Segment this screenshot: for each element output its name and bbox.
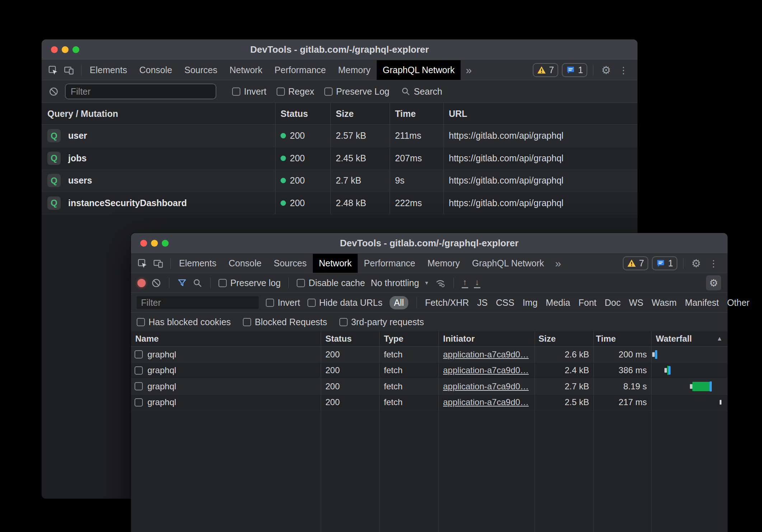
throttling-dropdown[interactable]: No throttling ▼ <box>371 278 429 288</box>
tab-network[interactable]: Network <box>224 60 269 80</box>
checkbox-box[interactable] <box>277 87 285 96</box>
tab-graphql-network[interactable]: GraphQL Network <box>377 60 461 80</box>
warnings-badge[interactable]: 7 <box>623 256 648 270</box>
preserve-log-checkbox[interactable]: Preserve Log <box>324 86 390 97</box>
warnings-badge[interactable]: 7 <box>533 63 558 77</box>
regex-checkbox[interactable]: Regex <box>277 86 314 97</box>
third-party-requests-checkbox[interactable]: 3rd-party requests <box>339 317 424 327</box>
filter-chip-js[interactable]: JS <box>477 298 488 308</box>
network-conditions-icon[interactable] <box>435 277 446 288</box>
network-request-row[interactable]: graphql 200 fetch application-a7ca9d0… 2… <box>131 347 728 363</box>
initiator-link[interactable]: application-a7ca9d0… <box>443 397 529 407</box>
checkbox-box[interactable] <box>307 299 316 307</box>
preserve-log-checkbox[interactable]: Preserve log <box>218 278 281 288</box>
checkbox-box[interactable] <box>218 279 227 287</box>
row-checkbox[interactable] <box>135 366 143 375</box>
clear-icon[interactable] <box>49 87 58 96</box>
filter-chip-media[interactable]: Media <box>546 298 570 308</box>
filter-input[interactable] <box>137 296 259 309</box>
initiator-link[interactable]: application-a7ca9d0… <box>443 381 529 391</box>
tab-console[interactable]: Console <box>133 60 178 80</box>
row-checkbox[interactable] <box>135 398 143 407</box>
filter-chip-doc[interactable]: Doc <box>605 298 620 308</box>
has-blocked-cookies-checkbox[interactable]: Has blocked cookies <box>137 317 231 327</box>
initiator-link[interactable]: application-a7ca9d0… <box>443 350 529 360</box>
filter-chip-font[interactable]: Font <box>578 298 596 308</box>
filter-funnel-icon[interactable] <box>177 278 187 288</box>
filter-chip-css[interactable]: CSS <box>496 298 514 308</box>
checkbox-box[interactable] <box>324 87 333 96</box>
filter-chip-wasm[interactable]: Wasm <box>652 298 677 308</box>
initiator-link[interactable]: application-a7ca9d0… <box>443 365 529 375</box>
device-toolbar-icon[interactable] <box>153 258 163 269</box>
col-status[interactable]: Status <box>276 103 331 124</box>
tab-performance[interactable]: Performance <box>268 60 332 80</box>
checkbox-box[interactable] <box>243 318 251 326</box>
tab-elements[interactable]: Elements <box>84 60 133 80</box>
filter-input[interactable] <box>65 84 216 99</box>
col-query-mutation[interactable]: Query / Mutation <box>42 103 276 124</box>
tab-sources[interactable]: Sources <box>178 60 224 80</box>
inspect-element-icon[interactable] <box>48 65 58 75</box>
row-checkbox[interactable] <box>135 350 143 358</box>
titlebar[interactable]: DevTools - gitlab.com/-/graphql-explorer <box>131 233 728 254</box>
col-url[interactable]: URL <box>444 103 638 124</box>
device-toolbar-icon[interactable] <box>64 65 74 75</box>
graphql-request-row[interactable]: QinstanceSecurityDashboard 200 2.48 kB 2… <box>42 192 638 215</box>
filter-chip-ws[interactable]: WS <box>629 298 643 308</box>
tab-sources[interactable]: Sources <box>268 254 313 273</box>
settings-gear-icon[interactable]: ⚙ <box>599 65 613 76</box>
blocked-requests-checkbox[interactable]: Blocked Requests <box>243 317 327 327</box>
inspect-element-icon[interactable] <box>137 258 147 269</box>
messages-badge[interactable]: 1 <box>652 256 677 270</box>
messages-badge[interactable]: 1 <box>562 63 587 77</box>
network-request-row[interactable]: graphql 200 fetch application-a7ca9d0… 2… <box>131 379 728 395</box>
tab-performance[interactable]: Performance <box>358 254 421 273</box>
hide-data-urls-checkbox[interactable]: Hide data URLs <box>307 298 382 308</box>
row-checkbox[interactable] <box>135 382 143 390</box>
checkbox-box[interactable] <box>137 318 145 326</box>
export-har-icon[interactable]: ↓ <box>474 278 480 288</box>
checkbox-box[interactable] <box>232 87 240 96</box>
tab-memory[interactable]: Memory <box>332 60 376 80</box>
col-initiator[interactable]: Initiator <box>439 331 535 346</box>
titlebar[interactable]: DevTools - gitlab.com/-/graphql-explorer <box>42 39 638 60</box>
filter-chip-fetch-xhr[interactable]: Fetch/XHR <box>425 298 469 308</box>
more-tabs-icon[interactable]: » <box>550 254 566 273</box>
tab-network[interactable]: Network <box>313 254 358 273</box>
checkbox-box[interactable] <box>339 318 348 326</box>
network-request-row[interactable]: graphql 200 fetch application-a7ca9d0… 2… <box>131 395 728 411</box>
graphql-request-row[interactable]: Qjobs 200 2.45 kB 207ms https://gitlab.c… <box>42 147 638 170</box>
filter-chip-all[interactable]: All <box>390 296 408 309</box>
filter-chip-manifest[interactable]: Manifest <box>685 298 719 308</box>
tab-console[interactable]: Console <box>222 254 268 273</box>
network-request-row[interactable]: graphql 200 fetch application-a7ca9d0… 2… <box>131 363 728 379</box>
checkbox-box[interactable] <box>297 279 305 287</box>
invert-checkbox[interactable]: Invert <box>266 298 300 308</box>
tab-elements[interactable]: Elements <box>173 254 222 273</box>
search-icon[interactable] <box>193 278 202 288</box>
more-tabs-icon[interactable]: » <box>461 60 477 80</box>
import-har-icon[interactable]: ↑ <box>462 278 468 288</box>
kebab-menu-icon[interactable]: ⋮ <box>617 66 630 75</box>
tab-memory[interactable]: Memory <box>421 254 466 273</box>
filter-chip-img[interactable]: Img <box>523 298 538 308</box>
clear-icon[interactable] <box>151 278 161 288</box>
col-size[interactable]: Size <box>331 103 390 124</box>
col-type[interactable]: Type <box>380 331 439 346</box>
record-button[interactable] <box>137 279 146 287</box>
checkbox-box[interactable] <box>266 299 274 307</box>
graphql-request-row[interactable]: Quser 200 2.57 kB 211ms https://gitlab.c… <box>42 125 638 147</box>
col-waterfall[interactable]: Waterfall ▲ <box>652 331 728 346</box>
tab-graphql-network[interactable]: GraphQL Network <box>466 254 550 273</box>
col-name[interactable]: Name <box>131 331 321 346</box>
settings-gear-icon[interactable]: ⚙ <box>689 258 703 269</box>
col-status[interactable]: Status <box>321 331 380 346</box>
kebab-menu-icon[interactable]: ⋮ <box>707 259 720 268</box>
disable-cache-checkbox[interactable]: Disable cache <box>297 278 365 288</box>
network-settings-gear-icon[interactable]: ⚙ <box>706 275 721 290</box>
filter-chip-other[interactable]: Other <box>727 298 750 308</box>
graphql-request-row[interactable]: Qusers 200 2.7 kB 9s https://gitlab.com/… <box>42 170 638 192</box>
search-button[interactable]: Search <box>401 86 442 97</box>
invert-checkbox[interactable]: Invert <box>232 86 267 97</box>
